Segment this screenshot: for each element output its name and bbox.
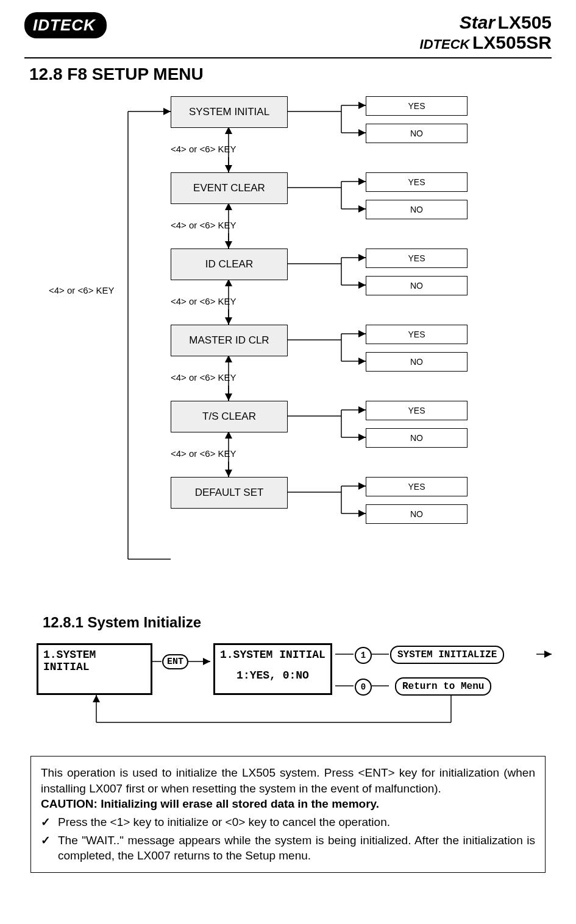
- opt-no-1: NO: [366, 200, 468, 219]
- check-icon: ✓: [41, 833, 58, 864]
- model-block: Star LX505 IDTECK LX505SR: [420, 12, 552, 52]
- opt-no-3: NO: [366, 352, 468, 372]
- opt-yes-0: YES: [366, 96, 468, 116]
- menu-ts-clear: T/S CLEAR: [171, 401, 288, 432]
- setup-menu-flowchart: <4> or <6> KEY SYSTEM INITIAL YES NO <4>…: [61, 96, 536, 590]
- subsection-title: 12.8.1 System Initialize: [43, 614, 552, 631]
- opt-no-5: NO: [366, 504, 468, 524]
- menu-master-id-clr: MASTER ID CLR: [171, 325, 288, 356]
- brand-logo: IDTECK: [24, 12, 107, 38]
- key-0-icon: 0: [355, 679, 372, 696]
- lcd-flow-diagram: 1.SYSTEM INITIAL ENT 1.SYSTEM INITIAL 1:…: [30, 643, 561, 741]
- opt-yes-2: YES: [366, 249, 468, 268]
- check-icon: ✓: [41, 814, 58, 830]
- lcd-screen-2: 1.SYSTEM INITIAL 1:YES, 0:NO: [213, 643, 332, 695]
- model-star: Star: [460, 12, 495, 32]
- nav-label-2: <4> or <6> KEY: [171, 296, 236, 306]
- menu-system-initial: SYSTEM INITIAL: [171, 96, 288, 128]
- menu-default-set: DEFAULT SET: [171, 477, 288, 509]
- lcd-screen-2-line1: 1.SYSTEM INITIAL: [220, 649, 325, 661]
- menu-id-clear: ID CLEAR: [171, 249, 288, 280]
- key-1-icon: 1: [355, 647, 372, 664]
- note-caution: CAUTION: Initializing will erase all sto…: [41, 796, 535, 812]
- section-title: 12.8 F8 SETUP MENU: [29, 65, 552, 84]
- opt-yes-1: YES: [366, 172, 468, 192]
- lcd-screen-1-text: 1.SYSTEM INITIAL: [43, 649, 146, 673]
- nav-label-3: <4> or <6> KEY: [171, 372, 236, 383]
- lcd-screen-2-line2: 1:YES, 0:NO: [220, 669, 325, 682]
- nav-label-4: <4> or <6> KEY: [171, 448, 236, 459]
- instruction-note: This operation is used to initialize the…: [30, 756, 546, 873]
- opt-yes-3: YES: [366, 325, 468, 344]
- ent-key-icon: ENT: [162, 654, 188, 669]
- model-lx505sr: LX505SR: [472, 32, 552, 52]
- nav-label-1: <4> or <6> KEY: [171, 220, 236, 230]
- note-bullet-2: The "WAIT.." message appears while the s…: [58, 833, 535, 864]
- note-bullet-1: Press the <1> key to initialize or <0> k…: [58, 814, 535, 830]
- menu-event-clear: EVENT CLEAR: [171, 172, 288, 204]
- result-return-to-menu: Return to Menu: [395, 677, 491, 696]
- result-system-initialize: SYSTEM INITIALIZE: [390, 646, 504, 664]
- opt-yes-4: YES: [366, 401, 468, 420]
- nav-label-0: <4> or <6> KEY: [171, 144, 236, 154]
- opt-no-4: NO: [366, 428, 468, 448]
- lcd-screen-1: 1.SYSTEM INITIAL: [37, 643, 152, 695]
- page-header: IDTECK Star LX505 IDTECK LX505SR: [24, 12, 552, 58]
- opt-yes-5: YES: [366, 477, 468, 496]
- loop-nav-label: <4> or <6> KEY: [49, 285, 115, 295]
- model-lx505: LX505: [498, 12, 552, 32]
- opt-no-2: NO: [366, 276, 468, 295]
- note-paragraph-1: This operation is used to initialize the…: [41, 765, 535, 796]
- model-idteck: IDTECK: [420, 37, 470, 52]
- opt-no-0: NO: [366, 124, 468, 143]
